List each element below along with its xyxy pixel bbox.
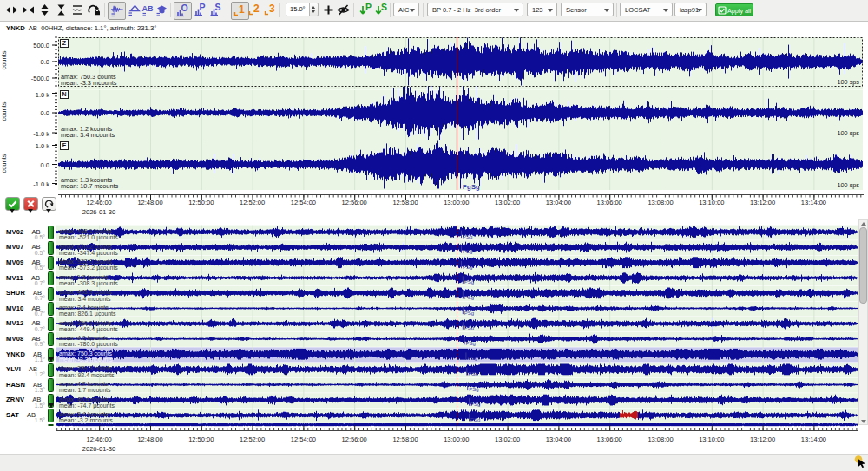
svg-text:PSg: PSg (464, 325, 474, 330)
svg-text:12:58:00: 12:58:00 (392, 199, 418, 206)
svg-text:Pg: Pg (463, 183, 471, 191)
svg-text:13:14:00: 13:14:00 (801, 199, 826, 206)
svg-text:2026-01-30: 2026-01-30 (82, 445, 115, 453)
svg-text:12:56:00: 12:56:00 (342, 435, 367, 443)
svg-text:13:02:00: 13:02:00 (495, 435, 520, 443)
svg-text:PSg: PSg (464, 279, 474, 285)
svg-text:13:12:00: 13:12:00 (750, 435, 775, 443)
svg-text:12:50:00: 12:50:00 (188, 435, 214, 443)
svg-text:PSg: PSg (467, 356, 477, 361)
svg-text:PSg: PSg (469, 387, 478, 392)
svg-text:13:08:00: 13:08:00 (648, 435, 673, 443)
svg-text:13:02:00: 13:02:00 (495, 199, 520, 206)
svg-text:PSg: PSg (463, 234, 472, 239)
svg-text:Sg: Sg (471, 183, 480, 191)
svg-text:13:06:00: 13:06:00 (597, 199, 622, 206)
svg-text:13:10:00: 13:10:00 (699, 199, 724, 206)
svg-text:13:04:00: 13:04:00 (546, 435, 571, 443)
svg-text:12:58:00: 12:58:00 (392, 435, 418, 443)
svg-text:PSg: PSg (468, 371, 477, 376)
svg-text:13:00:00: 13:00:00 (444, 435, 469, 443)
svg-text:13:04:00: 13:04:00 (546, 199, 571, 206)
svg-text:13:00:00: 13:00:00 (444, 199, 469, 206)
svg-text:12:54:00: 12:54:00 (291, 435, 316, 443)
svg-text:2026-01-30: 2026-01-30 (82, 208, 115, 216)
svg-text:PSg: PSg (470, 402, 480, 407)
svg-text:PSg: PSg (463, 265, 472, 270)
svg-text:13:06:00: 13:06:00 (597, 435, 622, 443)
svg-text:12:48:00: 12:48:00 (137, 435, 162, 443)
svg-text:12:50:00: 12:50:00 (188, 199, 214, 206)
svg-text:PSg: PSg (464, 295, 474, 300)
svg-text:PSg: PSg (466, 341, 476, 346)
svg-text:13:08:00: 13:08:00 (648, 199, 673, 206)
svg-text:12:56:00: 12:56:00 (342, 199, 367, 206)
svg-text:PSg: PSg (463, 249, 472, 254)
svg-text:13:12:00: 13:12:00 (750, 199, 775, 206)
svg-text:12:46:00: 12:46:00 (87, 199, 112, 206)
svg-text:13:14:00: 13:14:00 (801, 435, 826, 443)
svg-text:12:54:00: 12:54:00 (291, 199, 316, 206)
svg-text:12:52:00: 12:52:00 (240, 199, 265, 206)
svg-text:PSg: PSg (464, 311, 474, 316)
svg-text:13:10:00: 13:10:00 (699, 435, 724, 443)
svg-text:12:52:00: 12:52:00 (240, 435, 265, 443)
svg-text:12:48:00: 12:48:00 (137, 199, 162, 206)
svg-text:PSg: PSg (470, 417, 480, 422)
svg-text:12:46:00: 12:46:00 (87, 435, 112, 443)
